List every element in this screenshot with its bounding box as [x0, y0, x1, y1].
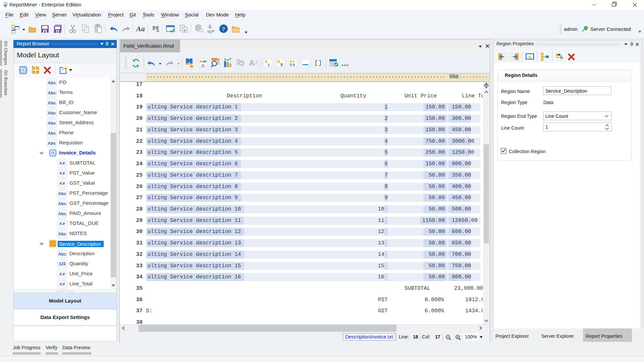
svg-text:z: z	[268, 62, 270, 67]
svg-text:0: 0	[277, 59, 280, 64]
svg-text:0-9: 0-9	[290, 63, 295, 67]
svg-text:?: ?	[222, 26, 225, 32]
svg-text:9: 9	[280, 62, 283, 67]
svg-text:a: a	[265, 59, 267, 64]
svg-text:a-z: a-z	[290, 59, 294, 63]
